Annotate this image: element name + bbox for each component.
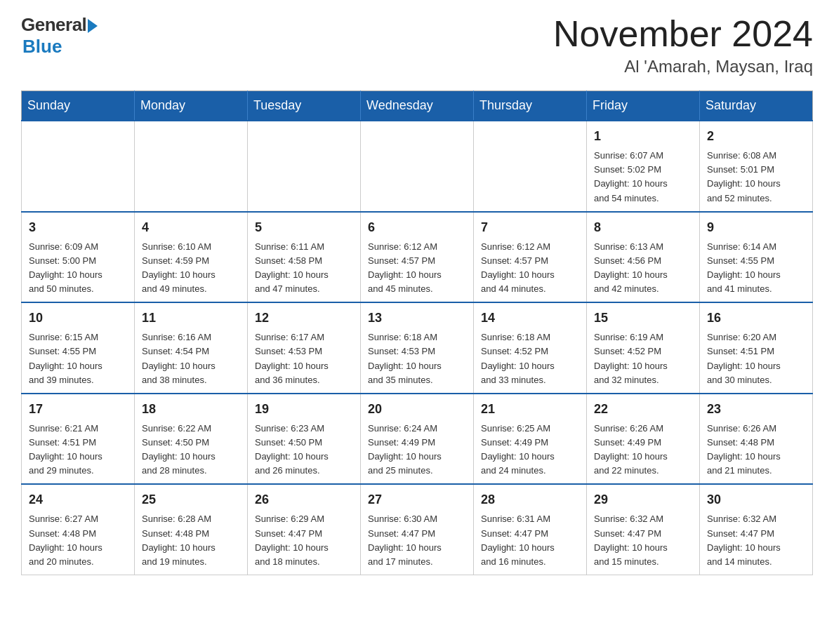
day-number: 12 [255,309,353,328]
day-info: Sunrise: 6:26 AM Sunset: 4:48 PM Dayligh… [707,422,805,478]
day-info: Sunrise: 6:20 AM Sunset: 4:51 PM Dayligh… [707,330,805,387]
day-number: 22 [594,400,692,419]
day-info: Sunrise: 6:11 AM Sunset: 4:58 PM Dayligh… [255,240,353,297]
month-title: November 2024 [553,14,813,54]
day-number: 26 [255,490,353,509]
day-number: 13 [368,309,466,328]
week-row-2: 3Sunrise: 6:09 AM Sunset: 5:00 PM Daylig… [22,212,813,303]
day-info: Sunrise: 6:31 AM Sunset: 4:47 PM Dayligh… [481,512,579,569]
table-row: 19Sunrise: 6:23 AM Sunset: 4:50 PM Dayli… [248,394,361,485]
table-row: 1Sunrise: 6:07 AM Sunset: 5:02 PM Daylig… [587,121,700,212]
day-info: Sunrise: 6:10 AM Sunset: 4:59 PM Dayligh… [142,240,240,297]
day-number: 21 [481,400,579,419]
day-number: 16 [707,309,805,328]
table-row: 15Sunrise: 6:19 AM Sunset: 4:52 PM Dayli… [587,302,700,394]
day-number: 5 [255,218,353,237]
day-info: Sunrise: 6:23 AM Sunset: 4:50 PM Dayligh… [255,422,353,478]
day-info: Sunrise: 6:19 AM Sunset: 4:52 PM Dayligh… [594,330,692,387]
calendar-table: Sunday Monday Tuesday Wednesday Thursday… [21,90,813,575]
table-row: 7Sunrise: 6:12 AM Sunset: 4:57 PM Daylig… [474,212,587,303]
table-row: 26Sunrise: 6:29 AM Sunset: 4:47 PM Dayli… [248,484,361,575]
header-thursday: Thursday [474,91,587,121]
table-row [474,121,587,212]
table-row: 11Sunrise: 6:16 AM Sunset: 4:54 PM Dayli… [135,302,248,394]
table-row: 28Sunrise: 6:31 AM Sunset: 4:47 PM Dayli… [474,484,587,575]
day-info: Sunrise: 6:08 AM Sunset: 5:01 PM Dayligh… [707,149,805,206]
header-friday: Friday [587,91,700,121]
day-number: 10 [29,309,127,328]
table-row: 29Sunrise: 6:32 AM Sunset: 4:47 PM Dayli… [587,484,700,575]
day-info: Sunrise: 6:17 AM Sunset: 4:53 PM Dayligh… [255,330,353,387]
table-row [248,121,361,212]
day-info: Sunrise: 6:26 AM Sunset: 4:49 PM Dayligh… [594,422,692,478]
day-number: 2 [707,127,805,146]
table-row: 12Sunrise: 6:17 AM Sunset: 4:53 PM Dayli… [248,302,361,394]
page-header: General Blue November 2024 Al 'Amarah, M… [21,14,813,76]
week-row-1: 1Sunrise: 6:07 AM Sunset: 5:02 PM Daylig… [22,121,813,212]
table-row [361,121,474,212]
day-number: 24 [29,490,127,509]
day-number: 27 [368,490,466,509]
day-number: 28 [481,490,579,509]
day-info: Sunrise: 6:22 AM Sunset: 4:50 PM Dayligh… [142,422,240,478]
day-number: 7 [481,218,579,237]
day-info: Sunrise: 6:16 AM Sunset: 4:54 PM Dayligh… [142,330,240,387]
day-number: 15 [594,309,692,328]
table-row: 24Sunrise: 6:27 AM Sunset: 4:48 PM Dayli… [22,484,135,575]
table-row: 23Sunrise: 6:26 AM Sunset: 4:48 PM Dayli… [700,394,813,485]
day-info: Sunrise: 6:14 AM Sunset: 4:55 PM Dayligh… [707,240,805,297]
table-row: 4Sunrise: 6:10 AM Sunset: 4:59 PM Daylig… [135,212,248,303]
table-row: 9Sunrise: 6:14 AM Sunset: 4:55 PM Daylig… [700,212,813,303]
day-info: Sunrise: 6:15 AM Sunset: 4:55 PM Dayligh… [29,330,127,387]
title-section: November 2024 Al 'Amarah, Maysan, Iraq [553,14,813,76]
table-row: 5Sunrise: 6:11 AM Sunset: 4:58 PM Daylig… [248,212,361,303]
table-row [135,121,248,212]
day-number: 18 [142,400,240,419]
table-row: 14Sunrise: 6:18 AM Sunset: 4:52 PM Dayli… [474,302,587,394]
day-info: Sunrise: 6:12 AM Sunset: 4:57 PM Dayligh… [481,240,579,297]
day-info: Sunrise: 6:29 AM Sunset: 4:47 PM Dayligh… [255,512,353,569]
header-saturday: Saturday [700,91,813,121]
table-row: 20Sunrise: 6:24 AM Sunset: 4:49 PM Dayli… [361,394,474,485]
table-row: 2Sunrise: 6:08 AM Sunset: 5:01 PM Daylig… [700,121,813,212]
table-row [22,121,135,212]
day-number: 19 [255,400,353,419]
logo-blue-text: Blue [22,36,62,58]
day-info: Sunrise: 6:18 AM Sunset: 4:53 PM Dayligh… [368,330,466,387]
week-row-4: 17Sunrise: 6:21 AM Sunset: 4:51 PM Dayli… [22,394,813,485]
day-number: 25 [142,490,240,509]
day-number: 9 [707,218,805,237]
day-info: Sunrise: 6:18 AM Sunset: 4:52 PM Dayligh… [481,330,579,387]
header-sunday: Sunday [22,91,135,121]
header-tuesday: Tuesday [248,91,361,121]
day-info: Sunrise: 6:30 AM Sunset: 4:47 PM Dayligh… [368,512,466,569]
week-row-5: 24Sunrise: 6:27 AM Sunset: 4:48 PM Dayli… [22,484,813,575]
table-row: 17Sunrise: 6:21 AM Sunset: 4:51 PM Dayli… [22,394,135,485]
day-number: 8 [594,218,692,237]
table-row: 13Sunrise: 6:18 AM Sunset: 4:53 PM Dayli… [361,302,474,394]
header-wednesday: Wednesday [361,91,474,121]
header-monday: Monday [135,91,248,121]
table-row: 25Sunrise: 6:28 AM Sunset: 4:48 PM Dayli… [135,484,248,575]
day-info: Sunrise: 6:32 AM Sunset: 4:47 PM Dayligh… [707,512,805,569]
logo: General Blue [21,14,98,58]
day-number: 11 [142,309,240,328]
day-number: 6 [368,218,466,237]
day-info: Sunrise: 6:27 AM Sunset: 4:48 PM Dayligh… [29,512,127,569]
table-row: 10Sunrise: 6:15 AM Sunset: 4:55 PM Dayli… [22,302,135,394]
day-info: Sunrise: 6:07 AM Sunset: 5:02 PM Dayligh… [594,149,692,206]
day-number: 23 [707,400,805,419]
table-row: 27Sunrise: 6:30 AM Sunset: 4:47 PM Dayli… [361,484,474,575]
day-number: 14 [481,309,579,328]
logo-general-text: General [21,14,86,36]
table-row: 16Sunrise: 6:20 AM Sunset: 4:51 PM Dayli… [700,302,813,394]
day-number: 1 [594,127,692,146]
day-info: Sunrise: 6:09 AM Sunset: 5:00 PM Dayligh… [29,240,127,297]
day-info: Sunrise: 6:25 AM Sunset: 4:49 PM Dayligh… [481,422,579,478]
week-row-3: 10Sunrise: 6:15 AM Sunset: 4:55 PM Dayli… [22,302,813,394]
day-info: Sunrise: 6:32 AM Sunset: 4:47 PM Dayligh… [594,512,692,569]
day-info: Sunrise: 6:21 AM Sunset: 4:51 PM Dayligh… [29,422,127,478]
calendar-header-row: Sunday Monday Tuesday Wednesday Thursday… [22,91,813,121]
day-number: 3 [29,218,127,237]
day-number: 20 [368,400,466,419]
